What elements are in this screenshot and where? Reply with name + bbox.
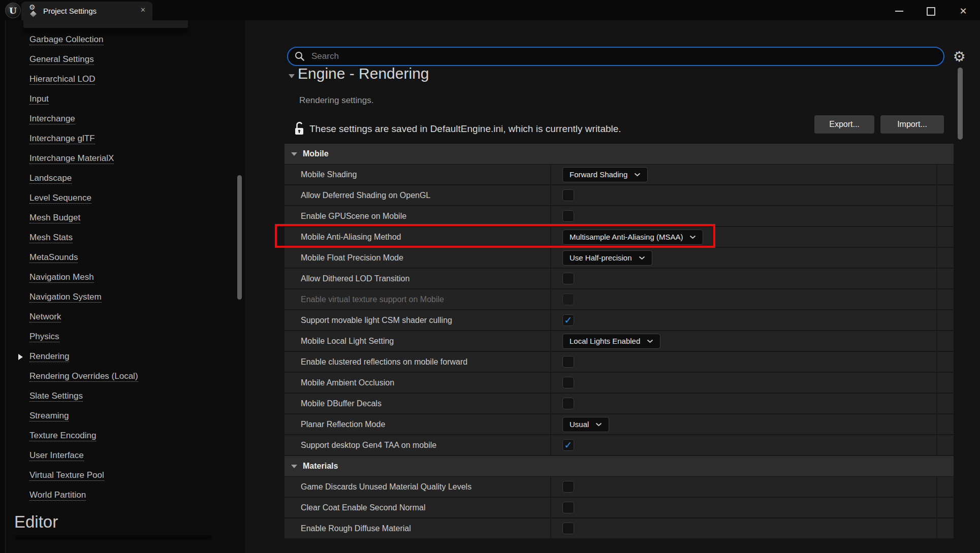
import-button[interactable]: Import... xyxy=(880,115,944,134)
dropdown-mobile-anti-aliasing-method[interactable]: Multisample Anti-Aliasing (MSAA) xyxy=(562,230,703,245)
sidebar-item-hierarchical-lod[interactable]: Hierarchical LOD xyxy=(29,74,95,85)
tab-bridge xyxy=(23,20,188,28)
setting-row-mobile-shading: Mobile ShadingForward Shading xyxy=(284,165,954,185)
page-subtitle: Rendering settings. xyxy=(299,95,373,106)
setting-row-planar-reflection-mode: Planar Reflection ModeUsual xyxy=(284,414,954,435)
checkbox-enable-virtual-texture-support-on-mobile[interactable] xyxy=(562,294,574,305)
sidebar-item-label: Interchange xyxy=(29,114,75,124)
sidebar-item-navigation-system[interactable]: Navigation System xyxy=(29,292,102,303)
setting-label: Planar Reflection Mode xyxy=(301,420,385,429)
checkbox-clear-coat-enable-second-normal[interactable] xyxy=(562,502,574,513)
minimize-button[interactable] xyxy=(892,4,907,19)
checkmark-icon: ✓ xyxy=(564,315,573,325)
sidebar-item-level-sequence[interactable]: Level Sequence xyxy=(29,193,91,204)
checkbox-allow-dithered-lod-transition[interactable] xyxy=(562,273,574,284)
sidebar-item-label: Navigation System xyxy=(29,292,102,303)
reset-column xyxy=(937,498,954,517)
tab-project-settings[interactable]: ⚙ Project Settings ✕ xyxy=(21,2,152,20)
reset-column xyxy=(937,289,954,309)
dropdown-value: Usual xyxy=(570,420,589,429)
section-header-materials[interactable]: Materials xyxy=(284,456,954,477)
setting-label: Enable clustered reflections on mobile f… xyxy=(301,357,467,367)
sidebar-item-metasounds[interactable]: MetaSounds xyxy=(29,252,78,264)
sidebar-item-rendering-overrides-local[interactable]: Rendering Overrides (Local) xyxy=(29,371,138,382)
maximize-button[interactable] xyxy=(923,4,938,19)
sidebar-item-label: Rendering xyxy=(29,351,69,362)
setting-row-support-movable-light-csm-shader-culling: Support movable light CSM shader culling… xyxy=(284,310,954,331)
setting-row-allow-dithered-lod-transition: Allow Dithered LOD Transition xyxy=(284,269,954,289)
setting-row-enable-gpuscene-on-mobile: Enable GPUScene on Mobile xyxy=(284,206,954,227)
sidebar-item-virtual-texture-pool[interactable]: Virtual Texture Pool xyxy=(29,470,104,481)
dropdown-mobile-shading[interactable]: Forward Shading xyxy=(562,167,648,182)
sidebar-item-interchange[interactable]: Interchange xyxy=(29,114,75,125)
reset-column xyxy=(937,394,954,413)
setting-label: Mobile Float Precision Mode xyxy=(301,253,403,263)
dropdown-mobile-float-precision-mode[interactable]: Use Half-precision xyxy=(562,250,652,266)
checkbox-support-desktop-gen4-taa-on-mobile[interactable]: ✓ xyxy=(562,439,574,451)
checkbox-enable-rough-diffuse-material[interactable] xyxy=(562,523,574,534)
sidebar-item-label: Network xyxy=(29,312,61,322)
export-button[interactable]: Export... xyxy=(814,115,874,134)
sidebar-item-label: Texture Encoding xyxy=(29,431,96,441)
chevron-down-icon xyxy=(595,422,602,427)
search-input[interactable] xyxy=(287,47,944,66)
section-header-mobile[interactable]: Mobile xyxy=(284,144,954,165)
checkbox-enable-gpuscene-on-mobile[interactable] xyxy=(562,210,574,222)
dropdown-planar-reflection-mode[interactable]: Usual xyxy=(562,417,609,432)
setting-label: Allow Dithered LOD Transition xyxy=(301,274,409,283)
settings-panel: MobileMobile ShadingForward ShadingAllow… xyxy=(284,144,954,539)
sidebar-item-label: Rendering Overrides (Local) xyxy=(29,371,138,382)
unlocked-padlock-icon xyxy=(294,121,306,136)
dropdown-value: Local Lights Enabled xyxy=(570,337,640,345)
sidebar-item-input[interactable]: Input xyxy=(29,94,49,105)
setting-label: Mobile Shading xyxy=(301,170,357,179)
sidebar-section-divider xyxy=(15,535,211,538)
sidebar-item-interchange-materialx[interactable]: Interchange MaterialX xyxy=(29,153,114,165)
title-bar: U ⚙ Project Settings ✕ ✕ xyxy=(0,0,980,20)
sidebar-item-interchange-gltf[interactable]: Interchange glTF xyxy=(29,134,95,145)
tab-close-icon[interactable]: ✕ xyxy=(140,6,146,14)
sidebar-item-garbage-collection[interactable]: Garbage Collection xyxy=(29,35,104,46)
sidebar-item-rendering[interactable]: Rendering xyxy=(29,351,69,363)
sidebar-item-mesh-stats[interactable]: Mesh Stats xyxy=(29,233,73,244)
sidebar-scrollbar[interactable] xyxy=(237,175,242,300)
collapse-arrow-icon xyxy=(291,152,297,156)
sidebar-item-navigation-mesh[interactable]: Navigation Mesh xyxy=(29,272,94,283)
sidebar-item-mesh-budget[interactable]: Mesh Budget xyxy=(29,213,80,224)
dropdown-value: Multisample Anti-Aliasing (MSAA) xyxy=(570,233,683,241)
checkbox-allow-deferred-shading-on-opengl[interactable] xyxy=(562,189,574,201)
sidebar-item-general-settings[interactable]: General Settings xyxy=(29,54,94,66)
sidebar-item-slate-settings[interactable]: Slate Settings xyxy=(29,391,83,402)
collapse-arrow-icon[interactable] xyxy=(289,74,295,78)
sidebar-item-physics[interactable]: Physics xyxy=(29,332,59,343)
checkbox-game-discards-unused-material-quality-levels[interactable] xyxy=(562,481,574,493)
checkbox-mobile-ambient-occlusion[interactable] xyxy=(562,377,574,388)
setting-label: Mobile Anti-Aliasing Method xyxy=(301,233,401,242)
dropdown-mobile-local-light-setting[interactable]: Local Lights Enabled xyxy=(562,334,660,349)
setting-label: Game Discards Unused Material Quality Le… xyxy=(301,482,471,492)
sidebar-item-landscape[interactable]: Landscape xyxy=(29,173,72,184)
reset-column xyxy=(937,518,954,538)
main-scrollbar[interactable] xyxy=(958,68,963,140)
window-close-button[interactable]: ✕ xyxy=(956,4,971,19)
sidebar-item-texture-encoding[interactable]: Texture Encoding xyxy=(29,431,96,442)
sidebar-item-user-interface[interactable]: User Interface xyxy=(29,450,84,462)
reset-column xyxy=(937,373,954,393)
checkbox-mobile-dbuffer-decals[interactable] xyxy=(562,398,574,409)
setting-label: Enable Rough Diffuse Material xyxy=(301,524,411,533)
sidebar-item-label: General Settings xyxy=(29,54,94,65)
sidebar-item-label: Garbage Collection xyxy=(29,35,104,45)
sidebar-item-world-partition[interactable]: World Partition xyxy=(29,490,86,501)
setting-label: Support movable light CSM shader culling xyxy=(301,316,452,325)
checkbox-support-movable-light-csm-shader-culling[interactable]: ✓ xyxy=(562,314,574,326)
sidebar-item-network[interactable]: Network xyxy=(29,312,61,323)
sidebar-item-label: Mesh Budget xyxy=(29,213,80,223)
checkbox-enable-clustered-reflections-on-mobile-forward[interactable] xyxy=(562,356,574,368)
sidebar-item-streaming[interactable]: Streaming xyxy=(29,411,69,422)
sidebar-section-editor[interactable]: Editor xyxy=(14,512,58,532)
setting-row-mobile-local-light-setting: Mobile Local Light SettingLocal Lights E… xyxy=(284,331,954,352)
reset-column xyxy=(937,310,954,330)
setting-label: Support desktop Gen4 TAA on mobile xyxy=(301,441,436,450)
settings-gear-icon[interactable]: ⚙ xyxy=(951,48,967,64)
setting-row-clear-coat-enable-second-normal: Clear Coat Enable Second Normal xyxy=(284,498,954,518)
